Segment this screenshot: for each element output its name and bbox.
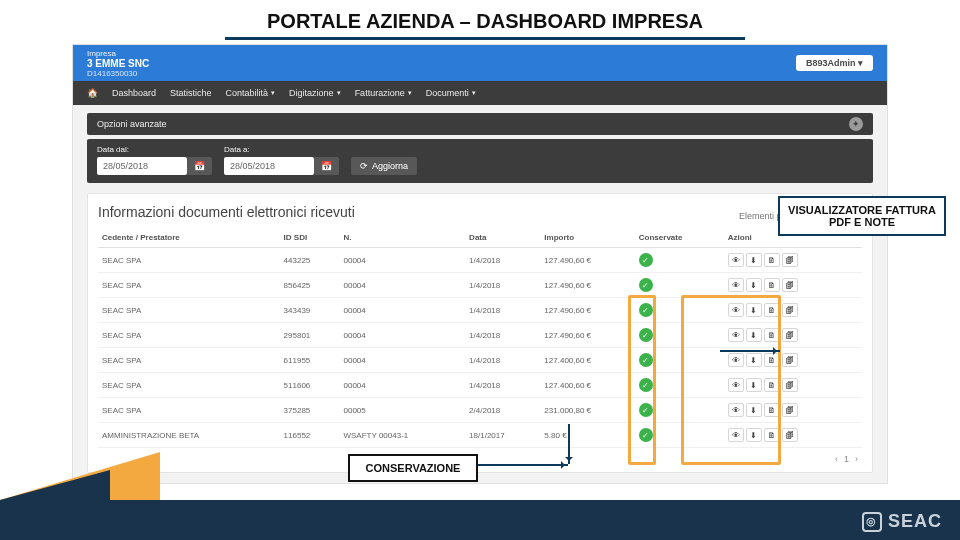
view-icon[interactable]: 👁 xyxy=(728,303,744,317)
download-icon[interactable]: ⬇ xyxy=(746,403,762,417)
view-icon[interactable]: 👁 xyxy=(728,278,744,292)
cell-azioni: 👁⬇🗎🗐 xyxy=(724,273,862,298)
check-icon: ✓ xyxy=(639,303,653,317)
check-icon: ✓ xyxy=(639,428,653,442)
download-icon[interactable]: ⬇ xyxy=(746,303,762,317)
table-row: AMMINISTRAZIONE BETA116552WSAFTY 00043-1… xyxy=(98,423,862,448)
blue-header: Impresa 3 EMME SNC D1416350030 B893Admin… xyxy=(73,45,887,81)
table-row: SEAC SPA511606000041/4/2018127.400,60 €✓… xyxy=(98,373,862,398)
cell-importo: 5.80 € xyxy=(540,423,634,448)
col-data: Data xyxy=(465,228,540,248)
cell-data: 1/4/2018 xyxy=(465,273,540,298)
cell-idsdi: 856425 xyxy=(280,273,340,298)
note-icon[interactable]: 🗐 xyxy=(782,428,798,442)
download-icon[interactable]: ⬇ xyxy=(746,278,762,292)
callout-conservazione: CONSERVAZIONE xyxy=(348,454,478,482)
options-label: Opzioni avanzate xyxy=(97,119,167,129)
cell-n: 00004 xyxy=(339,373,465,398)
page-current: 1 xyxy=(844,454,849,464)
cell-idsdi: 611955 xyxy=(280,348,340,373)
impresa-name: 3 EMME SNC xyxy=(87,58,149,69)
cell-cedente: SEAC SPA xyxy=(98,273,280,298)
nav-bar: 🏠 Dashboard Statistiche Contabilità▾ Dig… xyxy=(73,81,887,105)
cell-data: 1/4/2018 xyxy=(465,373,540,398)
cell-azioni: 👁⬇🗎🗐 xyxy=(724,398,862,423)
cell-conservate: ✓ xyxy=(635,398,724,423)
note-icon[interactable]: 🗐 xyxy=(782,353,798,367)
doc-icon[interactable]: 🗎 xyxy=(764,428,780,442)
note-icon[interactable]: 🗐 xyxy=(782,378,798,392)
view-icon[interactable]: 👁 xyxy=(728,403,744,417)
cell-data: 18/1/2017 xyxy=(465,423,540,448)
cell-idsdi: 511606 xyxy=(280,373,340,398)
input-data-dal[interactable]: 28/05/2018 xyxy=(97,157,187,175)
col-n: N. xyxy=(339,228,465,248)
table-row: SEAC SPA375285000052/4/2018231.000,80 €✓… xyxy=(98,398,862,423)
doc-icon[interactable]: 🗎 xyxy=(764,303,780,317)
note-icon[interactable]: 🗐 xyxy=(782,278,798,292)
table-row: SEAC SPA443225000041/4/2018127.490,60 €✓… xyxy=(98,248,862,273)
doc-icon[interactable]: 🗎 xyxy=(764,253,780,267)
doc-icon[interactable]: 🗎 xyxy=(764,278,780,292)
download-icon[interactable]: ⬇ xyxy=(746,328,762,342)
page-prev[interactable]: ‹ xyxy=(835,454,838,464)
doc-icon[interactable]: 🗎 xyxy=(764,328,780,342)
view-icon[interactable]: 👁 xyxy=(728,353,744,367)
cell-azioni: 👁⬇🗎🗐 xyxy=(724,373,862,398)
cell-cedente: SEAC SPA xyxy=(98,348,280,373)
download-icon[interactable]: ⬇ xyxy=(746,353,762,367)
cell-conservate: ✓ xyxy=(635,323,724,348)
col-importo: Importo xyxy=(540,228,634,248)
arrow-to-azioni xyxy=(720,350,780,352)
view-icon[interactable]: 👁 xyxy=(728,428,744,442)
impresa-label: Impresa xyxy=(87,49,149,58)
options-bar[interactable]: Opzioni avanzate ✦ xyxy=(87,113,873,135)
slide-title: PORTALE AZIENDA – DASHBOARD IMPRESA xyxy=(225,6,745,40)
cell-n: 00004 xyxy=(339,273,465,298)
view-icon[interactable]: 👁 xyxy=(728,253,744,267)
chevron-down-icon: ▾ xyxy=(271,89,275,97)
cell-data: 1/4/2018 xyxy=(465,323,540,348)
page-next[interactable]: › xyxy=(855,454,858,464)
admin-button[interactable]: B893Admin ▾ xyxy=(796,55,873,71)
note-icon[interactable]: 🗐 xyxy=(782,253,798,267)
chevron-down-icon: ▾ xyxy=(337,89,341,97)
download-icon[interactable]: ⬇ xyxy=(746,253,762,267)
check-icon: ✓ xyxy=(639,403,653,417)
chevron-down-icon: ▾ xyxy=(408,89,412,97)
cell-conservate: ✓ xyxy=(635,348,724,373)
input-data-a[interactable]: 28/05/2018 xyxy=(224,157,314,175)
view-icon[interactable]: 👁 xyxy=(728,378,744,392)
nav-statistiche[interactable]: Statistiche xyxy=(170,88,212,98)
cell-conservate: ✓ xyxy=(635,273,724,298)
filter-from: Data dal: 28/05/2018 📅 xyxy=(97,145,212,175)
download-icon[interactable]: ⬇ xyxy=(746,378,762,392)
nav-fatturazione[interactable]: Fatturazione▾ xyxy=(355,88,412,98)
calendar-icon[interactable]: 📅 xyxy=(187,157,212,175)
cell-idsdi: 443225 xyxy=(280,248,340,273)
nav-dashboard[interactable]: Dashboard xyxy=(112,88,156,98)
nav-documenti[interactable]: Documenti▾ xyxy=(426,88,476,98)
cell-importo: 127.490,60 € xyxy=(540,298,634,323)
doc-icon[interactable]: 🗎 xyxy=(764,403,780,417)
cell-idsdi: 116552 xyxy=(280,423,340,448)
aggiorna-button[interactable]: ⟳Aggiorna xyxy=(351,157,417,175)
gear-icon[interactable]: ✦ xyxy=(849,117,863,131)
nav-contabilita[interactable]: Contabilità▾ xyxy=(226,88,276,98)
cell-data: 1/4/2018 xyxy=(465,348,540,373)
refresh-icon: ⟳ xyxy=(360,161,368,171)
nav-digitazione[interactable]: Digitazione▾ xyxy=(289,88,341,98)
doc-icon[interactable]: 🗎 xyxy=(764,378,780,392)
calendar-icon[interactable]: 📅 xyxy=(314,157,339,175)
label-data-a: Data a: xyxy=(224,145,339,154)
cell-cedente: AMMINISTRAZIONE BETA xyxy=(98,423,280,448)
doc-icon[interactable]: 🗎 xyxy=(764,353,780,367)
download-icon[interactable]: ⬇ xyxy=(746,428,762,442)
decor-wedge-blue xyxy=(0,470,110,500)
note-icon[interactable]: 🗐 xyxy=(782,328,798,342)
cell-n: WSAFTY 00043-1 xyxy=(339,423,465,448)
note-icon[interactable]: 🗐 xyxy=(782,403,798,417)
nav-home[interactable]: 🏠 xyxy=(87,88,98,98)
note-icon[interactable]: 🗐 xyxy=(782,303,798,317)
view-icon[interactable]: 👁 xyxy=(728,328,744,342)
